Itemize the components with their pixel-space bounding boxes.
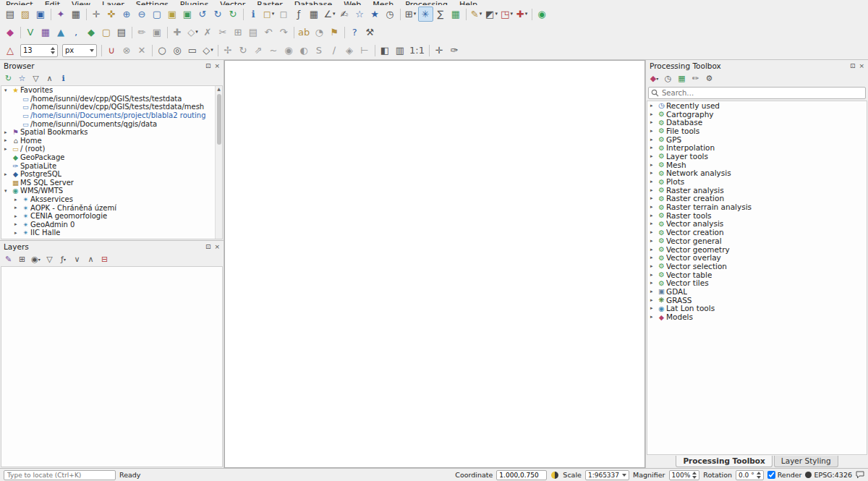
new-map-view-button[interactable]: ⊞▾ (403, 7, 418, 22)
scrollbar-thumb[interactable] (217, 94, 221, 145)
redo-button[interactable]: ↷ (276, 25, 292, 40)
processing-tree-item[interactable]: ▸ ⚙ Cartography (647, 110, 867, 119)
pan-map-button[interactable]: ✛ (89, 7, 104, 22)
expand-arrow-icon[interactable]: ▸ (650, 213, 657, 218)
tolerance-units-combo[interactable]: px (62, 44, 97, 57)
expand-arrow-icon[interactable]: ▸ (4, 171, 11, 177)
close-panel-icon[interactable]: × (214, 243, 220, 250)
annotations-button[interactable]: ✎▾ (469, 7, 484, 22)
expand-arrow-icon[interactable]: ▸ (4, 129, 11, 135)
refresh-browser-button[interactable]: ↻ (2, 72, 14, 85)
topological-editing-button[interactable]: ✕ (135, 43, 150, 58)
browser-tree-item[interactable]: ▸ ▭ / (root) (1, 145, 222, 153)
expand-arrow-icon[interactable]: ▸ (650, 289, 657, 294)
whats-this-button[interactable]: ⚒ (362, 25, 378, 40)
close-panel-icon[interactable]: × (859, 62, 864, 69)
menu-item[interactable]: Web (344, 0, 361, 5)
filter-browser-button[interactable]: ▽ (30, 72, 42, 85)
save-project-button[interactable]: ▣ (33, 7, 48, 22)
expand-arrow-icon[interactable]: ▸ (14, 205, 21, 210)
advanced-digitizing-button[interactable]: △ (3, 43, 18, 58)
merge-features-button[interactable]: ◈ (342, 43, 357, 58)
show-bookmarks-button[interactable]: ★ (367, 7, 383, 22)
menu-item[interactable]: Database (294, 0, 333, 5)
processing-tree-item[interactable]: ▸ ◉ Lat Lon tools (647, 305, 867, 313)
expand-arrow-icon[interactable]: ▸ (650, 170, 657, 176)
show-pinned-labels-button[interactable]: ⚑ (327, 25, 342, 40)
expand-arrow-icon[interactable]: ▸ (650, 153, 657, 159)
expand-arrow-icon[interactable]: ▸ (650, 145, 657, 150)
expand-arrow-icon[interactable]: ▸ (14, 230, 21, 236)
identify-features-button[interactable]: ℹ (246, 7, 261, 22)
browser-tree-item[interactable]: ▾ ★ Favorites (1, 86, 222, 95)
expand-arrow-icon[interactable]: ▾ (4, 88, 11, 93)
zoom-to-layer-button[interactable]: ▣ (180, 7, 195, 22)
processing-tree-item[interactable]: ▸ ⚙ Database (647, 118, 867, 127)
messages-button[interactable] (856, 471, 864, 480)
expand-arrow-icon[interactable]: ▸ (650, 119, 657, 125)
rotate-feature-button[interactable]: ↻ (236, 43, 251, 58)
measure-line-button[interactable]: ∠▾ (322, 7, 337, 22)
processing-tree-item[interactable]: ▸ ◆ Models (647, 312, 867, 321)
browser-tree-item[interactable]: ▭ /home/isunni/dev/cpp/QGIS/tests/testda… (1, 95, 222, 103)
digitizing-tolerance-spinbox[interactable]: 13 (20, 44, 58, 57)
raster-stretch-button[interactable]: ◧ (378, 43, 393, 58)
expand-arrow-icon[interactable]: ▸ (650, 305, 657, 311)
add-ring-button[interactable]: ◉ (281, 43, 297, 58)
add-mesh-layer-button[interactable]: ▲ (54, 25, 69, 40)
layers-list-empty[interactable] (1, 266, 223, 467)
snapping-options-button[interactable]: ∪ (104, 43, 119, 58)
deselect-features-button[interactable]: ◻ (276, 7, 292, 22)
dock-tab[interactable]: Layer Styling (774, 456, 838, 467)
browser-tree-item[interactable]: ▦ MS SQL Server (1, 179, 222, 187)
processing-tree-item[interactable]: ▸ ⚙ Raster terrain analysis (647, 203, 867, 211)
digitize-ellipse-button[interactable]: ◎ (170, 43, 185, 58)
search-input[interactable] (648, 87, 866, 99)
options-button[interactable]: ⚙ (703, 72, 715, 85)
spinbox-arrows[interactable] (51, 47, 55, 54)
browser-tree-item[interactable]: ▸ ◆ PostgreSQL (1, 170, 222, 179)
expand-arrow-icon[interactable]: ▸ (650, 103, 657, 108)
browser-tree-item[interactable]: ▸ ⚑ Spatial Bookmarks (1, 128, 222, 137)
zoom-to-selection-button[interactable]: ▣ (165, 7, 180, 22)
statistics-panel-button[interactable]: ∑ (433, 7, 448, 22)
spin-up-icon[interactable] (757, 472, 761, 474)
expand-arrow-icon[interactable]: ▸ (650, 314, 657, 320)
menu-item[interactable]: Project (6, 0, 33, 5)
add-group-button[interactable]: ⊞ (16, 253, 28, 265)
float-panel-icon[interactable]: ⊡ (205, 62, 211, 69)
processing-tree-item[interactable]: ▸ ⚙ GPS (647, 135, 867, 144)
refresh-map-button[interactable]: ↻ (226, 7, 241, 22)
expand-arrow-icon[interactable]: ▸ (4, 146, 11, 152)
data-source-manager-button[interactable]: ◆ (3, 25, 18, 40)
mesh-calculator-button[interactable]: ▦ (448, 7, 464, 22)
map-tips-button[interactable]: ✍ (337, 7, 352, 22)
expand-arrow-icon[interactable]: ▸ (650, 179, 657, 184)
browser-tree-item[interactable]: ▸ ✴ Aksservices (1, 195, 222, 204)
collapse-all-button[interactable]: ∧ (43, 72, 56, 85)
browser-tree-item[interactable]: ▾ ◉ WMS/WMTS (1, 187, 222, 195)
manage-map-themes-button[interactable]: ◉▾ (30, 253, 42, 265)
add-delimited-text-layer-button[interactable]: , (69, 25, 84, 40)
cut-features-button[interactable]: ✂ (216, 25, 231, 40)
delete-selected-button[interactable]: ✗ (200, 25, 216, 40)
digitize-circle-button[interactable]: ○ (155, 43, 170, 58)
layer-labeling-button[interactable]: ab (297, 25, 312, 40)
menu-item[interactable]: Vector (220, 0, 245, 5)
toggle-extents-icon[interactable] (550, 471, 559, 480)
digitize-rectangle-button[interactable]: ▭ (185, 43, 200, 58)
dock-tab[interactable]: Processing Toolbox (676, 456, 772, 467)
expand-arrow-icon[interactable]: ▸ (650, 204, 657, 210)
filter-by-expression-button[interactable]: ƒ▾ (57, 253, 69, 265)
annotation-pen-button[interactable]: ✑ (447, 43, 462, 58)
chevron-down-icon[interactable] (622, 474, 626, 477)
menu-item[interactable]: View (72, 0, 90, 5)
float-panel-icon[interactable]: ⊡ (850, 62, 856, 69)
add-feature-button[interactable]: ✚ (170, 25, 185, 40)
browser-tree-item[interactable]: ▸ ✴ CENIA geomorfologie (1, 212, 222, 221)
expand-all-button[interactable]: ∨ (71, 253, 83, 265)
help-contents-button[interactable]: ? (347, 25, 362, 40)
menu-item[interactable]: Plugins (180, 0, 208, 5)
temporal-controller-button[interactable]: ◷ (383, 7, 398, 22)
new-bookmark-button[interactable]: ☆ (352, 7, 367, 22)
